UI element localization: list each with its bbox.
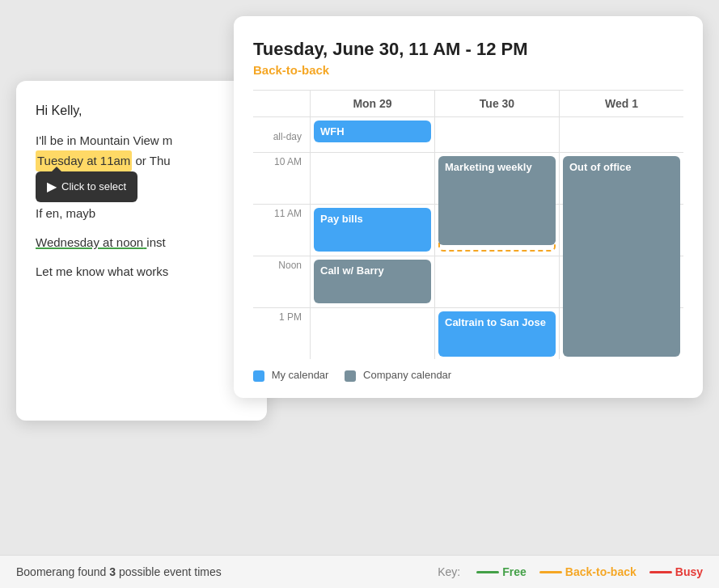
calendar-panel: Tuesday, June 30, 11 AM - 12 PM Back-to-… [234, 16, 703, 398]
time-noon: Noon [253, 256, 310, 307]
email-text-2a: If [36, 206, 46, 220]
calendar-title: Tuesday, June 30, 11 AM - 12 PM [253, 39, 683, 60]
email-line-2: If en, mayb [36, 204, 247, 223]
email-text-2b: en, mayb [46, 206, 96, 220]
caltrain-event: Caltrain to San Jose [438, 311, 556, 357]
key-back-to-back: Back-to-back [539, 565, 637, 578]
email-line-3: Wednesday at noon inst [36, 233, 247, 252]
legend-my-calendar-label: My calendar [272, 369, 329, 381]
tooltip-label: Click to select [61, 179, 126, 196]
col-header-wed: Wed 1 [559, 91, 683, 116]
email-greeting: Hi Kelly, [36, 104, 247, 118]
key-label: Key: [438, 565, 460, 578]
calendar-subtitle: Back-to-back [253, 63, 683, 77]
email-line-4: Let me know what works [36, 262, 247, 281]
11am-mon: Pay bills [310, 204, 434, 256]
tuesday-highlight[interactable]: Tuesday at 11am ▶ Click to select [36, 150, 132, 171]
email-body: I'll be in Mountain View m Tuesday at 11… [36, 131, 247, 281]
allday-tue [434, 116, 559, 152]
click-to-select-tooltip[interactable]: ▶ Click to select [36, 171, 137, 202]
email-text-1b: or Thu [132, 154, 170, 167]
email-text-4: Let me know what works [36, 264, 168, 278]
bottom-left-text: Boomerang found 3 possible event times [16, 565, 222, 578]
email-text-1a: I'll be in Mountain View m [36, 133, 172, 147]
out-of-office-event: Out of office [563, 156, 680, 350]
tuesday-text: Tuesday at 11am [37, 154, 130, 167]
boomerang-text-after: possible event times [116, 565, 222, 578]
key-btb-label: Back-to-back [565, 565, 637, 578]
time-1pm: 1 PM [253, 307, 310, 359]
key-busy-label: Busy [675, 565, 703, 578]
boomerang-text-before: Boomerang found [16, 565, 109, 578]
col-header-tue: Tue 30 [434, 91, 559, 116]
time-10am: 10 AM [253, 152, 310, 204]
email-line-1: I'll be in Mountain View m Tuesday at 11… [36, 131, 247, 171]
time-11am: 11 AM [253, 204, 310, 256]
bottom-right-keys: Key: Free Back-to-back Busy [438, 565, 703, 578]
key-busy: Busy [649, 565, 703, 578]
noon-mon: Call w/ Barry [310, 256, 434, 307]
legend-gray-dot [345, 370, 356, 382]
event-count: 3 [109, 565, 116, 578]
wednesday-highlight[interactable]: Wednesday at noon [36, 235, 146, 249]
10am-tue: Marketing weekly [434, 152, 559, 204]
1pm-tue: Caltrain to San Jose [434, 307, 559, 359]
email-text-3a: inst [146, 235, 165, 249]
10am-wed: Out of office [559, 152, 683, 204]
1pm-mon [310, 307, 434, 359]
main-container: Hi Kelly, I'll be in Mountain View m Tue… [0, 0, 719, 555]
key-busy-line [649, 571, 672, 573]
time-allday: all-day [253, 116, 310, 152]
col-header-mon: Mon 29 [310, 91, 434, 116]
10am-mon [310, 152, 434, 204]
legend-company-calendar-label: Company calendar [363, 369, 451, 381]
noon-tue [434, 256, 559, 307]
calendar-grid: Mon 29 Tue 30 Wed 1 all-day WFH 10 AM M [253, 90, 683, 359]
bottom-bar: Boomerang found 3 possible event times K… [0, 555, 719, 588]
key-free: Free [476, 565, 527, 578]
legend-blue-dot [253, 370, 264, 382]
legend-company-calendar: Company calendar [345, 369, 451, 382]
pay-bills-event: Pay bills [314, 208, 431, 252]
email-panel: Hi Kelly, I'll be in Mountain View m Tue… [16, 81, 267, 421]
wfh-event: WFH [314, 121, 431, 142]
key-free-line [476, 571, 499, 573]
header-empty [253, 91, 310, 116]
allday-wed [559, 116, 683, 152]
key-free-label: Free [502, 565, 527, 578]
wednesday-text: Wednesday at noon [36, 235, 143, 249]
calendar-legend: My calendar Company calendar [253, 369, 683, 382]
allday-mon: WFH [310, 116, 434, 152]
cursor-icon: ▶ [47, 176, 57, 197]
key-btb-line [539, 571, 562, 573]
legend-my-calendar: My calendar [253, 369, 328, 382]
call-barry-event: Call w/ Barry [314, 260, 431, 303]
marketing-weekly-event: Marketing weekly [438, 156, 556, 245]
